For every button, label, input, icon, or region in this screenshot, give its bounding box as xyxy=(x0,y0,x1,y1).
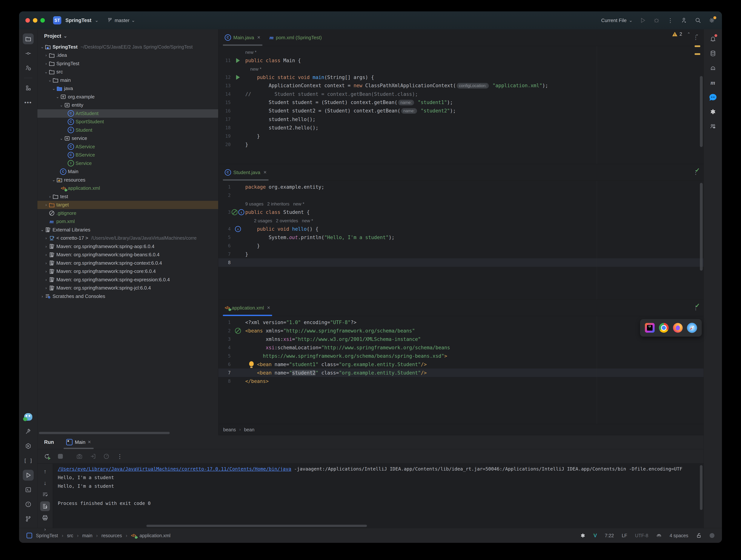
warning-stripe-mark[interactable] xyxy=(695,46,700,47)
tree-item-springtest[interactable]: ›SpringTest xyxy=(38,59,218,68)
gauge-icon[interactable] xyxy=(103,453,110,460)
tree-item-main[interactable]: ⌄main xyxy=(38,76,218,84)
editor-scrollbar[interactable] xyxy=(700,183,703,271)
tree-chevron-icon[interactable]: › xyxy=(44,277,49,282)
tree-chevron-icon[interactable]: › xyxy=(44,269,49,273)
close-icon[interactable]: ✕ xyxy=(88,440,91,445)
tree-chevron-icon[interactable]: ⌄ xyxy=(44,70,49,74)
tool-chat-icon[interactable] xyxy=(708,92,718,102)
tool-gradle-icon[interactable] xyxy=(708,63,718,73)
tree-item-test[interactable]: ›test xyxy=(38,192,218,201)
settings-gear-icon[interactable] xyxy=(708,17,716,24)
add-user-icon[interactable] xyxy=(680,17,688,24)
tree-chevron-icon[interactable]: ⌄ xyxy=(40,45,45,49)
openai-status-icon[interactable] xyxy=(580,533,586,538)
tree-chevron-icon[interactable]: ⌄ xyxy=(51,86,56,91)
tree-item-org.example[interactable]: ⌄org.example xyxy=(38,93,218,101)
next-warning-icon[interactable]: ⌄ xyxy=(695,32,699,36)
unlock-icon[interactable] xyxy=(696,533,702,538)
tree-item-sportstudent[interactable]: CSportStudent xyxy=(38,118,218,126)
code-area[interactable]: 1<?xml version="1.0" encoding="UTF-8"?>2… xyxy=(218,316,703,424)
tree-chevron-icon[interactable]: › xyxy=(44,236,49,240)
horizontal-scrollbar[interactable] xyxy=(39,432,170,434)
tree-item-bservice[interactable]: CBService xyxy=(38,151,218,159)
no-problems-check-icon[interactable]: ✓ xyxy=(695,167,700,173)
tree-item-application.xml[interactable]: </>application.xml xyxy=(38,184,218,192)
inspection-widget[interactable]: 2 ⌃ ⌄ xyxy=(672,31,699,37)
tool-commit-icon[interactable] xyxy=(23,48,33,59)
tree-item-external-libraries[interactable]: ⌄External Libraries xyxy=(38,226,218,234)
indent-config[interactable]: 4 spaces xyxy=(670,533,688,538)
breadcrumb-item[interactable]: bean xyxy=(244,427,254,432)
project-name[interactable]: SpringTest xyxy=(65,17,91,23)
tree-chevron-icon[interactable]: › xyxy=(40,294,45,299)
tree-chevron-icon[interactable]: › xyxy=(48,194,52,199)
tool-maven-icon[interactable]: m xyxy=(708,77,718,88)
tree-chevron-icon[interactable]: › xyxy=(44,261,49,265)
run-button[interactable] xyxy=(639,17,647,24)
zoom-window-button[interactable] xyxy=(41,18,45,23)
tree-item-entity[interactable]: ⌄entity xyxy=(38,101,218,109)
intellij-browser-icon[interactable]: IJ xyxy=(645,323,655,333)
search-everywhere-button[interactable] xyxy=(694,17,702,24)
run-gutter-icon[interactable] xyxy=(236,75,240,80)
tree-item-resources[interactable]: ⌄resources xyxy=(38,176,218,184)
tree-item--corretto-17-[interactable]: ›< corretto-17 >/Users/eve/Library/Java/… xyxy=(38,234,218,242)
up-icon[interactable]: ↑ xyxy=(40,467,50,476)
scroll-end-icon[interactable] xyxy=(40,501,50,511)
chevron-down-icon[interactable]: ⌄ xyxy=(64,33,67,39)
tool-code-with-me-icon[interactable] xyxy=(708,121,718,132)
tree-chevron-icon[interactable]: ⌄ xyxy=(59,136,64,141)
attach-icon[interactable] xyxy=(89,453,97,460)
tree-item-main[interactable]: CMain xyxy=(38,168,218,176)
tree-item-service[interactable]: IService xyxy=(38,159,218,168)
horizontal-scrollbar[interactable] xyxy=(146,525,367,527)
tree-chevron-icon[interactable]: › xyxy=(44,244,49,249)
file-encoding[interactable]: UTF-8 xyxy=(635,533,648,538)
status-breadcrumb-item[interactable]: src xyxy=(67,533,73,538)
tree-item-service[interactable]: ⌄service xyxy=(38,134,218,143)
firefox-browser-icon[interactable] xyxy=(673,323,683,333)
tree-chevron-icon[interactable]: ⌄ xyxy=(51,178,56,182)
soft-wrap-icon[interactable] xyxy=(40,490,50,499)
breadcrumb-item[interactable]: beans xyxy=(223,427,236,432)
plugin-v-icon[interactable]: V xyxy=(594,533,597,539)
run-console[interactable]: /Users/eve/Library/Java/JavaVirtualMachi… xyxy=(53,464,703,528)
tree-item-maven-org.springframework-spring-jcl-6.0.4[interactable]: ›Maven: org.springframework:spring-jcl:6… xyxy=(38,284,218,292)
safari-browser-icon[interactable] xyxy=(687,323,697,333)
tree-item-aservice[interactable]: CAService xyxy=(38,143,218,151)
tree-item-student[interactable]: CStudent xyxy=(38,126,218,134)
tool-terminal-icon[interactable] xyxy=(23,484,33,495)
tool-build-hammer-icon[interactable] xyxy=(23,426,33,437)
camera-icon[interactable] xyxy=(75,453,83,460)
expand-icon[interactable]: › xyxy=(40,525,50,534)
spring-bean-gutter-icon[interactable] xyxy=(235,328,241,334)
tree-item-maven-org.springframework-spring-beans-6.0.4[interactable]: ›Maven: org.springframework:spring-beans… xyxy=(38,251,218,259)
tool-notifications-icon[interactable] xyxy=(708,33,718,44)
tab-main.java[interactable]: CMain.java✕ xyxy=(220,29,265,46)
status-breadcrumb-item[interactable]: main xyxy=(82,533,92,538)
git-branch-widget[interactable]: master ⌄ xyxy=(107,17,135,23)
tree-item-src[interactable]: ⌄src xyxy=(38,68,218,76)
down-icon[interactable]: ↓ xyxy=(40,478,50,488)
run-tab-main[interactable]: Main ✕ xyxy=(62,435,95,449)
tool-brackets-icon[interactable]: [ ] xyxy=(23,455,33,466)
status-breadcrumb-item[interactable]: application.xml xyxy=(140,533,171,538)
stop-icon[interactable] xyxy=(57,453,64,460)
console-link[interactable]: /Users/eve/Library/Java/JavaVirtualMachi… xyxy=(58,466,291,472)
status-breadcrumb-item[interactable]: resources xyxy=(102,533,122,538)
overridden-gutter-icon[interactable]: ↓ xyxy=(238,209,244,215)
tree-item-maven-org.springframework-spring-aop-6.0.4[interactable]: ›Maven: org.springframework:spring-aop:6… xyxy=(38,242,218,251)
tree-item-.idea[interactable]: ›.idea xyxy=(38,51,218,60)
tool-problems-icon[interactable] xyxy=(23,499,33,510)
tab-application.xml[interactable]: </>application.xml✕ xyxy=(220,300,275,316)
run-configuration-select[interactable]: Current File ⌄ xyxy=(601,17,632,23)
prev-warning-icon[interactable]: ⌃ xyxy=(687,32,690,36)
tree-chevron-icon[interactable]: ⌄ xyxy=(48,78,52,82)
tree-item-artstudent[interactable]: CArtStudent xyxy=(38,109,218,118)
close-window-button[interactable] xyxy=(25,18,30,23)
more-actions-button[interactable]: ⋮ xyxy=(667,17,674,24)
tree-chevron-icon[interactable]: › xyxy=(44,203,49,207)
run-panel-title[interactable]: Run xyxy=(44,439,54,445)
close-icon[interactable]: ✕ xyxy=(263,170,267,175)
